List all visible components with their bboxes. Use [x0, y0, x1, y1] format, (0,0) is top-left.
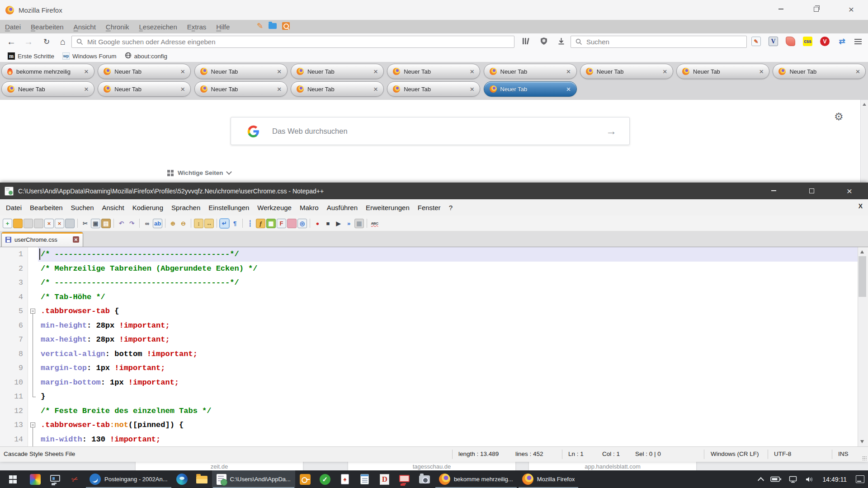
menu-lesezeichen[interactable]: Lesezeichen [134, 23, 182, 31]
menu-ausfhren[interactable]: Ausführen [323, 204, 362, 211]
site-tile[interactable]: app.handelsblatt.com [529, 462, 696, 470]
fold-margin[interactable] [28, 304, 38, 319]
tab-close-icon[interactable]: × [855, 68, 860, 75]
menu-chronik[interactable]: Chronik [101, 23, 134, 31]
zoom-out-icon[interactable]: ⊖ [179, 219, 188, 228]
v-extension-icon[interactable]: V [769, 37, 778, 46]
close-all-files-icon[interactable]: × [55, 219, 64, 228]
tab-close-icon[interactable]: × [566, 85, 571, 93]
menu-hilfe[interactable]: Hilfe [211, 23, 235, 31]
fold-margin[interactable] [28, 290, 38, 305]
resize-grip[interactable] [862, 456, 867, 460]
screenshot-search-icon[interactable] [282, 22, 290, 30]
d-app-button[interactable]: D [375, 470, 395, 488]
document-tab[interactable]: userChrome.css ✕ [1, 232, 83, 247]
shield-icon[interactable] [540, 37, 548, 46]
action-center-icon[interactable] [852, 470, 868, 488]
fold-margin[interactable] [28, 276, 38, 290]
app-menu-icon[interactable] [854, 39, 862, 44]
firefox-close-button[interactable]: × [840, 2, 863, 16]
fold-margin[interactable] [28, 361, 38, 375]
menu-einstellungen[interactable]: Einstellungen [204, 204, 253, 211]
indent-guide-icon[interactable]: ┆ [245, 219, 255, 228]
menu-kodierung[interactable]: Kodierung [128, 204, 167, 211]
menu-fenster[interactable]: Fenster [414, 204, 445, 211]
new-file-icon[interactable]: + [3, 219, 12, 228]
tab-close-icon[interactable]: × [470, 68, 474, 75]
browser-tab[interactable]: Neuer Tab× [580, 64, 673, 79]
menu-suchen[interactable]: Suchen [67, 204, 98, 211]
scroll-up-icon[interactable] [860, 250, 864, 253]
save-all-icon[interactable] [34, 219, 43, 228]
file-explorer-button[interactable] [192, 470, 212, 488]
menu-ansicht[interactable]: Ansicht [98, 204, 128, 211]
back-button[interactable]: ← [5, 35, 18, 48]
colorful-app-button[interactable] [25, 470, 45, 488]
keepass-button[interactable] [295, 470, 315, 488]
sync-icon[interactable]: ⇄ [837, 37, 847, 46]
sync-scroll-horizontal-icon[interactable]: ↔ [204, 219, 214, 228]
undo-icon[interactable]: ↶ [117, 219, 126, 228]
bookmark-item[interactable]: mErste Schritte [4, 52, 58, 60]
scroll-down-icon[interactable] [860, 440, 864, 443]
browser-tab[interactable]: Neuer Tab× [291, 81, 384, 97]
status-insert-mode[interactable]: INS [838, 450, 849, 457]
script-scroll-icon[interactable] [786, 37, 795, 46]
snipping-tool-button[interactable]: ✂ [65, 470, 85, 488]
folder-icon[interactable] [269, 23, 277, 29]
vabo-icon[interactable]: V [820, 37, 830, 46]
css-extension-icon[interactable]: css [803, 37, 812, 46]
notepadpp-maximize-button[interactable] [800, 183, 823, 198]
tab-close-icon[interactable]: × [84, 68, 89, 75]
open-file-icon[interactable] [13, 219, 23, 228]
menu-sprachen[interactable]: Sprachen [167, 204, 204, 211]
status-encoding[interactable]: UTF-8 [774, 450, 791, 457]
page-scrollbar[interactable] [860, 100, 868, 183]
fold-margin[interactable] [28, 262, 38, 276]
fold-margin[interactable] [28, 375, 38, 390]
web-search-box[interactable]: Das Web durchsuchen → [231, 117, 630, 145]
document-monitor-icon[interactable]: ◎ [297, 219, 307, 228]
macro-stop-icon[interactable]: ■ [323, 219, 333, 228]
gear-icon[interactable]: ⚙ [834, 111, 844, 123]
download-icon[interactable] [557, 37, 565, 46]
tab-close-icon[interactable]: × [84, 85, 89, 93]
macro-play-icon[interactable]: ▶ [334, 219, 343, 228]
tab-close-icon[interactable]: × [180, 85, 185, 93]
copy-icon[interactable]: ▣ [91, 219, 100, 228]
display-settings-button[interactable] [45, 470, 65, 488]
library-icon[interactable] [522, 37, 531, 45]
spell-check-icon[interactable]: ABC [370, 219, 379, 228]
code-editor[interactable]: 1/* ------------------------------------… [0, 247, 858, 446]
function-completion-icon[interactable]: ƒ [256, 219, 265, 228]
scroll-up-icon[interactable] [863, 103, 866, 106]
fold-margin[interactable] [28, 319, 38, 333]
bookmark-item[interactable]: about:config [121, 52, 172, 60]
find-icon[interactable]: ∞ [142, 219, 152, 228]
tab-close-icon[interactable]: × [759, 68, 764, 75]
sync-scroll-vertical-icon[interactable]: ↕ [194, 219, 203, 228]
fold-margin[interactable] [28, 389, 38, 404]
network-icon[interactable] [785, 470, 802, 488]
thunderbird-window-button[interactable]: Posteingang - 2002An... [85, 470, 172, 488]
tray-expand-icon[interactable] [755, 470, 767, 488]
menu-datei[interactable]: Datei [0, 23, 26, 31]
word-wrap-icon[interactable]: ↵ [220, 219, 229, 228]
fold-margin[interactable] [28, 333, 38, 347]
greasemonkey-edit-icon[interactable]: ✎ [751, 37, 761, 46]
zoom-in-icon[interactable]: ⊕ [168, 219, 178, 228]
home-button[interactable]: ⌂ [56, 35, 70, 48]
search-submit-arrow-icon[interactable]: → [606, 125, 617, 137]
fold-collapse-icon[interactable] [30, 422, 35, 427]
compose-icon[interactable]: ✎ [257, 21, 263, 31]
menu-bearbeiten[interactable]: Bearbeiten [26, 23, 69, 31]
paste-icon[interactable]: ▤ [101, 219, 111, 228]
site-tile[interactable]: tagesschau.de [348, 462, 515, 470]
browser-tab[interactable]: Neuer Tab× [387, 81, 480, 97]
menu-extras[interactable]: Extras [182, 23, 212, 31]
browser-tab[interactable]: bekomme mehrzeilig× [1, 64, 94, 79]
browser-tab[interactable]: Neuer Tab× [1, 81, 94, 97]
tab-close-icon[interactable]: × [277, 68, 282, 75]
menu-makro[interactable]: Makro [296, 204, 323, 211]
tab-close-icon[interactable]: × [566, 68, 571, 75]
